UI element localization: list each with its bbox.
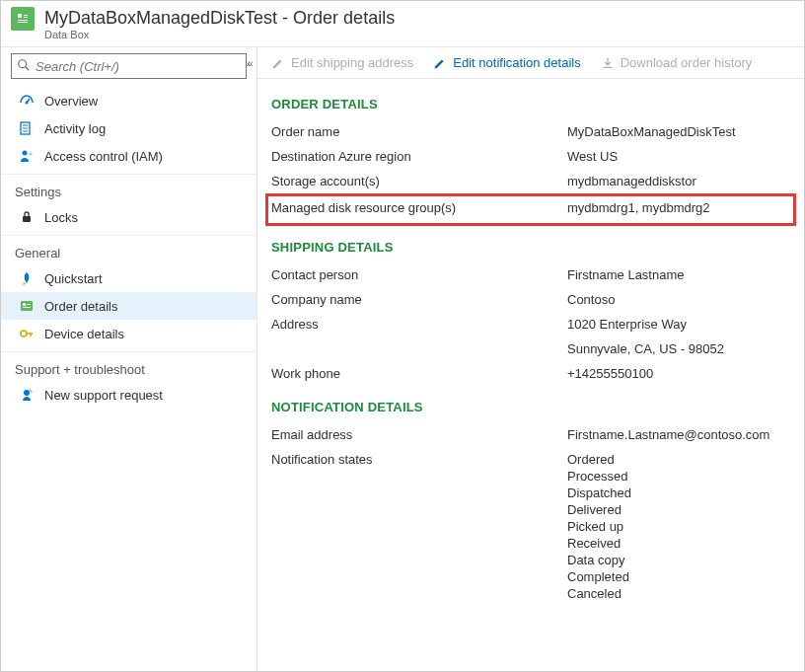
row-managed-disk-rg-highlighted: Managed disk resource group(s) mydbmdrg1… xyxy=(265,193,796,226)
value-rg: mydbmdrg1, mydbmdrg2 xyxy=(567,200,790,215)
sidebar-item-label: Overview xyxy=(44,94,98,109)
state-item: Ordered xyxy=(567,452,790,467)
pencil-icon xyxy=(271,56,285,70)
value-storage: mydbmanageddiskstor xyxy=(567,174,790,188)
main-content: Edit shipping address Edit notification … xyxy=(257,47,804,671)
label-contact: Contact person xyxy=(271,267,567,282)
edit-shipping-button[interactable]: Edit shipping address xyxy=(271,55,413,70)
sidebar-item-label: Quickstart xyxy=(44,271,103,286)
page-subtitle: Data Box xyxy=(44,29,395,40)
label-region: Destination Azure region xyxy=(271,149,567,164)
label-states: Notification states xyxy=(271,452,567,467)
label-order-name: Order name xyxy=(271,124,567,139)
toolbar-label: Edit notification details xyxy=(453,55,580,70)
value-states-list: Ordered Processed Dispatched Delivered P… xyxy=(567,452,790,601)
svg-rect-4 xyxy=(18,20,28,21)
svg-rect-5 xyxy=(18,22,28,23)
download-icon xyxy=(601,56,615,70)
sidebar-item-device-details[interactable]: Device details xyxy=(1,320,256,347)
sidebar-item-label: Access control (IAM) xyxy=(44,149,163,164)
state-item: Received xyxy=(567,536,790,551)
row-email: Email address Firstname.Lastname@contoso… xyxy=(271,422,790,447)
value-contact: Firstname Lastname xyxy=(567,267,790,282)
svg-point-21 xyxy=(21,331,27,336)
key-icon xyxy=(19,326,35,341)
section-order-details-title: ORDER DETAILS xyxy=(271,97,790,112)
sidebar-item-label: New support request xyxy=(44,388,163,403)
row-contact: Contact person Firstname Lastname xyxy=(271,262,790,287)
lock-icon xyxy=(19,209,35,225)
sidebar-item-label: Activity log xyxy=(44,121,106,136)
sidebar-item-order-details[interactable]: Order details xyxy=(1,292,256,320)
section-notification-details-title: NOTIFICATION DETAILS xyxy=(271,400,790,414)
state-item: Completed xyxy=(567,569,790,584)
access-control-icon xyxy=(19,148,35,164)
sidebar-item-quickstart[interactable]: Quickstart xyxy=(1,264,256,292)
section-shipping-details-title: SHIPPING DETAILS xyxy=(271,240,790,255)
state-item: Canceled xyxy=(567,586,790,601)
row-company: Company name Contoso xyxy=(271,287,790,312)
toolbar-label: Edit shipping address xyxy=(291,55,413,70)
svg-rect-16 xyxy=(23,216,31,222)
svg-point-15 xyxy=(30,153,33,156)
value-order-name: MyDataBoxManagedDiskTest xyxy=(567,124,790,139)
svg-rect-2 xyxy=(24,15,28,16)
row-phone: Work phone +14255550100 xyxy=(271,361,790,386)
state-item: Delivered xyxy=(567,502,790,517)
app-window: MyDataBoxManagedDiskTest - Order details… xyxy=(0,0,805,672)
toolbar: Edit shipping address Edit notification … xyxy=(257,47,804,79)
row-storage: Storage account(s) mydbmanageddiskstor xyxy=(271,169,790,193)
toolbar-label: Download order history xyxy=(621,55,753,70)
sidebar-item-activity-log[interactable]: Activity log xyxy=(1,114,256,142)
search-icon xyxy=(17,58,31,72)
sidebar-section-general: General xyxy=(1,235,256,264)
order-details-icon xyxy=(19,298,35,314)
svg-rect-18 xyxy=(23,303,26,306)
sidebar-section-support: Support + troubleshoot xyxy=(1,351,256,381)
page-title: MyDataBoxManagedDiskTest - Order details xyxy=(44,7,395,29)
state-item: Picked up xyxy=(567,519,790,534)
svg-point-14 xyxy=(23,151,28,156)
svg-rect-19 xyxy=(27,304,31,305)
sidebar-item-locks[interactable]: Locks xyxy=(1,203,256,231)
state-item: Dispatched xyxy=(567,485,790,500)
svg-point-6 xyxy=(19,60,27,68)
svg-rect-3 xyxy=(24,17,28,18)
svg-rect-20 xyxy=(23,307,31,308)
sidebar-item-label: Device details xyxy=(44,327,124,341)
search-input[interactable] xyxy=(11,53,247,79)
sidebar-item-access-control[interactable]: Access control (IAM) xyxy=(1,142,256,170)
svg-rect-17 xyxy=(21,301,33,311)
support-icon xyxy=(19,387,35,403)
pencil-icon xyxy=(433,56,447,70)
row-address: Address 1020 Enterprise Way xyxy=(271,312,790,336)
svg-rect-1 xyxy=(18,14,22,18)
sidebar-item-label: Locks xyxy=(44,210,78,225)
label-storage: Storage account(s) xyxy=(271,174,567,188)
activity-log-icon xyxy=(19,120,35,136)
row-order-name: Order name MyDataBoxManagedDiskTest xyxy=(271,119,790,144)
label-rg: Managed disk resource group(s) xyxy=(271,200,567,215)
svg-point-24 xyxy=(24,390,30,396)
value-phone: +14255550100 xyxy=(567,366,790,381)
value-email: Firstname.Lastname@contoso.com xyxy=(567,427,790,442)
label-company: Company name xyxy=(271,292,567,307)
svg-line-7 xyxy=(26,67,30,71)
sidebar-item-new-support-request[interactable]: New support request xyxy=(1,381,256,409)
label-phone: Work phone xyxy=(271,366,567,381)
value-company: Contoso xyxy=(567,292,790,307)
value-address-2: Sunnyvale, CA, US - 98052 xyxy=(567,341,790,356)
overview-icon xyxy=(19,93,35,109)
sidebar: «« Overview Activity log Access xyxy=(1,47,257,671)
download-history-button[interactable]: Download order history xyxy=(601,55,753,70)
sidebar-item-overview[interactable]: Overview xyxy=(1,87,256,114)
state-item: Processed xyxy=(567,469,790,484)
row-address-2: Sunnyvale, CA, US - 98052 xyxy=(271,336,790,361)
value-region: West US xyxy=(567,149,790,164)
quickstart-icon xyxy=(19,270,35,286)
sidebar-item-label: Order details xyxy=(44,299,117,314)
edit-notification-button[interactable]: Edit notification details xyxy=(433,55,580,70)
svg-line-9 xyxy=(27,99,30,103)
row-states: Notification states Ordered Processed Di… xyxy=(271,447,790,606)
titlebar: MyDataBoxManagedDiskTest - Order details… xyxy=(1,1,804,47)
